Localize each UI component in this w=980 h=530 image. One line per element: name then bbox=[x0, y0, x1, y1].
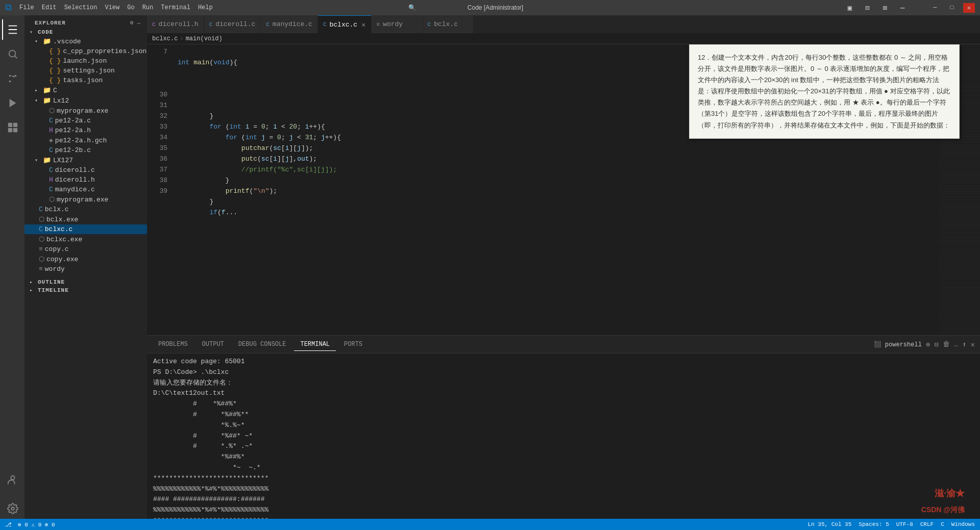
tree-item-bclxc-exe[interactable]: ⬡ bclxc.exe bbox=[24, 234, 147, 244]
svg-point-5 bbox=[9, 81, 11, 83]
menu-view[interactable]: View bbox=[105, 4, 119, 11]
svg-rect-8 bbox=[13, 123, 17, 127]
tree-item-diceroll-h[interactable]: H diceroll.h bbox=[24, 175, 147, 185]
git-branch-icon[interactable]: ⎇ bbox=[5, 521, 12, 528]
code-editor[interactable]: 7 30 31 32 33 34 35 36 37 38 39 int main… bbox=[147, 44, 980, 335]
outline-section[interactable]: ▸ OUTLINE bbox=[24, 278, 147, 286]
file-icon: ≡ bbox=[39, 265, 43, 273]
tree-item-myprog-lx12[interactable]: ⬡ myprogram.exe bbox=[24, 106, 147, 116]
menu-help[interactable]: Help bbox=[198, 4, 213, 11]
activity-extensions[interactable] bbox=[2, 117, 22, 138]
tree-root[interactable]: ▾ CODE bbox=[24, 28, 147, 36]
panel-toggle-icon[interactable]: ⊞ bbox=[878, 3, 891, 13]
menu-run[interactable]: Run bbox=[142, 4, 154, 11]
statusbar: ⎇ ⊗ 0 ⚠ 0 ⊕ 0 Ln 35, Col 35 Spaces: 5 UT… bbox=[0, 519, 980, 530]
c-file-icon: C bbox=[49, 186, 53, 193]
tree-item-copy-c[interactable]: ≡ copy.c bbox=[24, 244, 147, 254]
tree-item-settings[interactable]: { } settings.json bbox=[24, 66, 147, 75]
tree-item-c-folder[interactable]: ▸ 📁 C bbox=[24, 85, 147, 95]
maximize-panel-icon[interactable]: ⬆ bbox=[962, 340, 966, 349]
maximize-button[interactable]: □ bbox=[946, 3, 958, 12]
titlebar: ⧉ File Edit Selection View Go Run Termin… bbox=[0, 0, 980, 15]
tab-wordy[interactable]: ≡ wordy bbox=[372, 15, 423, 33]
tab-close-icon[interactable]: ✕ bbox=[361, 20, 365, 29]
sidebar-header: EXPLORER ⊕ … bbox=[24, 15, 147, 28]
activity-explorer[interactable] bbox=[2, 19, 22, 40]
tree-item-pe12-2a-gch[interactable]: ◈ pe12-2a.h.gch bbox=[24, 135, 147, 145]
tree-item-tasks[interactable]: { } tasks.json bbox=[24, 75, 147, 85]
activity-settings[interactable] bbox=[2, 498, 22, 519]
language-mode[interactable]: C bbox=[941, 521, 944, 527]
close-button[interactable]: ✕ bbox=[963, 3, 975, 13]
tree-item-diceroll-c[interactable]: C diceroll.c bbox=[24, 165, 147, 175]
tab-terminal[interactable]: TERMINAL bbox=[294, 338, 336, 351]
activity-run[interactable] bbox=[2, 93, 22, 113]
statusbar-right: Ln 35, Col 35 Spaces: 5 UTF-8 CRLF C Win… bbox=[808, 521, 975, 527]
menu-selection[interactable]: Selection bbox=[64, 4, 97, 11]
minimize-button[interactable]: ─ bbox=[929, 3, 941, 12]
tree-item-launch[interactable]: { } launch.json bbox=[24, 56, 147, 66]
tab-output[interactable]: OUTPUT bbox=[196, 338, 230, 351]
tree-item-manydice-c[interactable]: C manydice.c bbox=[24, 185, 147, 194]
menu-go[interactable]: Go bbox=[127, 4, 134, 11]
spaces[interactable]: Spaces: 5 bbox=[859, 521, 889, 527]
cursor-position[interactable]: Ln 35, Col 35 bbox=[808, 521, 852, 527]
folder-icon: 📁 bbox=[43, 96, 51, 105]
tree-item-lx127[interactable]: ▾ 📁 LX127 bbox=[24, 155, 147, 165]
tab-bclxc-c[interactable]: C bclxc.c ✕ bbox=[318, 15, 372, 33]
errors-warnings[interactable]: ⊗ 0 ⚠ 0 ⊕ 0 bbox=[18, 521, 55, 528]
add-terminal-icon[interactable]: ⊕ bbox=[926, 340, 930, 349]
encoding[interactable]: UTF-8 bbox=[896, 521, 913, 527]
breadcrumb-sep: › bbox=[180, 35, 183, 42]
tree-item-vscode[interactable]: ▾ 📁 .vscode bbox=[24, 36, 147, 46]
tree-item-myprog-lx127[interactable]: ⬡ myprogram.exe bbox=[24, 194, 147, 205]
c-file-icon: C bbox=[49, 166, 53, 174]
tab-debug-console[interactable]: DEBUG CONSOLE bbox=[232, 338, 292, 351]
tree-item-bclx-exe[interactable]: ⬡ bclx.exe bbox=[24, 214, 147, 224]
more-icon[interactable]: ⋯ bbox=[896, 3, 909, 13]
tree-item-bclx-c[interactable]: C bclx.c bbox=[24, 205, 147, 214]
more-actions-icon[interactable]: … bbox=[137, 19, 141, 26]
more-icon[interactable]: … bbox=[954, 340, 958, 348]
breadcrumb-file[interactable]: bclxc.c bbox=[152, 35, 178, 42]
tree-item-wordy[interactable]: ≡ wordy bbox=[24, 264, 147, 274]
tab-diceroll-h[interactable]: C diceroll.h bbox=[147, 15, 204, 33]
tree-item-bclxc-c[interactable]: C bclxc.c bbox=[24, 224, 147, 234]
tab-ports[interactable]: PORTS bbox=[338, 338, 369, 351]
sidebar-toggle-icon[interactable]: ▣ bbox=[844, 3, 856, 13]
tree-item-pe12-2a-h[interactable]: H pe12-2a.h bbox=[24, 125, 147, 135]
terminal-content[interactable]: Active code page: 65001 PS D:\Code> .\bc… bbox=[147, 354, 980, 519]
tab-problems[interactable]: PROBLEMS bbox=[152, 338, 194, 351]
editor-layout-icon[interactable]: ⊟ bbox=[861, 3, 873, 13]
breadcrumb-function[interactable]: main(void) bbox=[186, 35, 223, 42]
panel: PROBLEMS OUTPUT DEBUG CONSOLE TERMINAL P… bbox=[147, 335, 980, 519]
tab-bclx-c[interactable]: C bclx.c bbox=[423, 15, 474, 33]
main-layout: EXPLORER ⊕ … ▾ CODE ▾ 📁 .vscode { } c_cp… bbox=[0, 15, 980, 519]
tree-item-lx12[interactable]: ▾ 📁 Lx12 bbox=[24, 95, 147, 106]
menu-edit[interactable]: Edit bbox=[42, 4, 57, 11]
tab-diceroll-c[interactable]: C diceroll.c bbox=[204, 15, 261, 33]
c-file-icon: C bbox=[39, 206, 43, 213]
tree-item-pe12-2b-c[interactable]: C pe12-2b.c bbox=[24, 145, 147, 155]
line-ending[interactable]: CRLF bbox=[920, 521, 934, 527]
tab-manydice-c[interactable]: C manydice.c bbox=[261, 15, 318, 33]
activity-source-control[interactable] bbox=[2, 68, 22, 89]
split-terminal-icon[interactable]: ⊟ bbox=[934, 340, 938, 349]
svg-marker-6 bbox=[10, 99, 16, 108]
c-file-icon: C bbox=[39, 225, 43, 233]
svg-rect-7 bbox=[8, 123, 12, 127]
titlebar-search-input[interactable] bbox=[419, 3, 572, 12]
trash-icon[interactable]: 🗑 bbox=[943, 340, 950, 348]
new-file-icon[interactable]: ⊕ bbox=[130, 19, 134, 26]
tree-item-pe12-2a-c[interactable]: C pe12-2a.c bbox=[24, 116, 147, 125]
timeline-section[interactable]: ▸ TIMELINE bbox=[24, 286, 147, 294]
menu-terminal[interactable]: Terminal bbox=[161, 4, 190, 11]
os[interactable]: Windows bbox=[951, 521, 975, 527]
tree-item-cpp[interactable]: { } c_cpp_propreties.json bbox=[24, 46, 147, 56]
tree-item-copy-exe[interactable]: ⬡ copy.exe bbox=[24, 254, 147, 264]
activity-search[interactable] bbox=[2, 44, 22, 64]
svg-rect-9 bbox=[8, 128, 12, 132]
close-panel-icon[interactable]: ✕ bbox=[971, 340, 975, 349]
menu-file[interactable]: File bbox=[19, 4, 34, 11]
activity-account[interactable] bbox=[2, 470, 22, 490]
